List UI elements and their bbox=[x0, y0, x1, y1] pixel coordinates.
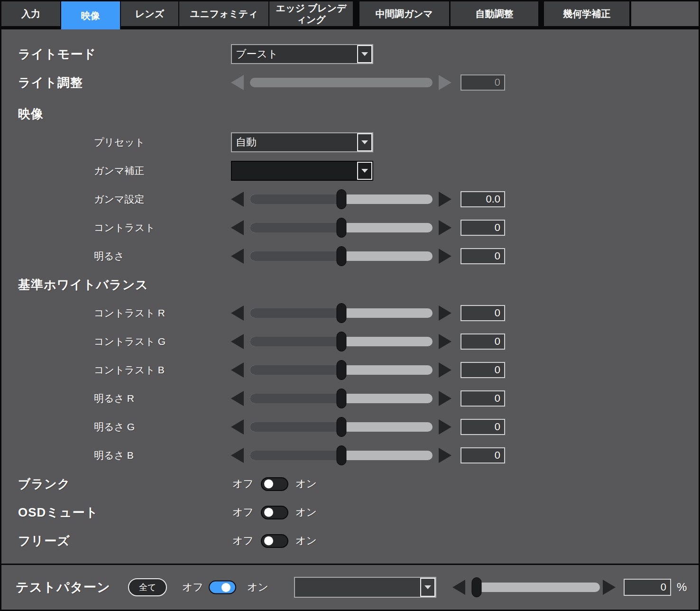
contrast-r-label: コントラスト R bbox=[94, 306, 165, 320]
contrast-g-slider: 0 bbox=[231, 333, 505, 350]
contrast-value[interactable]: 0 bbox=[461, 220, 505, 236]
preset-label: プリセット bbox=[94, 136, 145, 149]
off-label: オフ bbox=[232, 477, 254, 491]
dropdown-button[interactable] bbox=[357, 45, 372, 63]
test-pattern-slider-track[interactable] bbox=[472, 583, 600, 592]
tab-picture[interactable]: 映像 bbox=[61, 1, 120, 29]
chevron-down-icon bbox=[361, 140, 368, 144]
preset-value: 自動 bbox=[232, 135, 257, 149]
tab-edge-blending[interactable]: エッジ ブレンディング bbox=[269, 1, 353, 26]
test-pattern-dropdown[interactable] bbox=[294, 577, 436, 598]
decrease-arrow-icon[interactable] bbox=[231, 362, 244, 378]
decrease-arrow-icon[interactable] bbox=[231, 334, 244, 349]
increase-arrow-icon[interactable] bbox=[439, 334, 451, 349]
test-pattern-label: テストパターン bbox=[16, 579, 111, 596]
decrease-arrow-icon[interactable] bbox=[231, 192, 244, 207]
increase-arrow-icon[interactable] bbox=[603, 580, 616, 595]
brightness-b-value[interactable]: 0 bbox=[461, 447, 505, 463]
increase-arrow-icon[interactable] bbox=[439, 306, 451, 321]
increase-arrow-icon[interactable] bbox=[439, 448, 451, 463]
gamma-setting-value[interactable]: 0.0 bbox=[461, 191, 505, 207]
picture-settings-panel: ライトモード ブースト ライト調整 0 映像 プリセット bbox=[1, 29, 699, 564]
gamma-correction-label: ガンマ補正 bbox=[94, 164, 144, 177]
brightness-r-slider: 0 bbox=[231, 390, 505, 407]
blank-toggle[interactable] bbox=[261, 477, 288, 491]
slider-track[interactable] bbox=[250, 422, 433, 432]
decrease-arrow-icon[interactable] bbox=[231, 220, 244, 235]
gamma-setting-label: ガンマ設定 bbox=[94, 193, 144, 206]
slider-thumb[interactable] bbox=[336, 360, 346, 380]
slider-track[interactable] bbox=[250, 337, 433, 346]
osd-mute-toggle[interactable] bbox=[261, 506, 288, 519]
tab-midtone-gamma[interactable]: 中間調ガンマ bbox=[359, 1, 449, 26]
brightness-r-row: 明るさ R 0 bbox=[1, 384, 699, 413]
dropdown-button[interactable] bbox=[357, 162, 372, 180]
decrease-arrow-icon[interactable] bbox=[231, 419, 244, 435]
increase-arrow-icon[interactable] bbox=[439, 362, 451, 378]
light-mode-dropdown[interactable]: ブースト bbox=[231, 44, 373, 64]
brightness-r-value[interactable]: 0 bbox=[461, 390, 505, 407]
contrast-r-row: コントラスト R 0 bbox=[1, 299, 699, 327]
slider-track[interactable] bbox=[250, 251, 433, 261]
dropdown-button[interactable] bbox=[420, 578, 435, 597]
contrast-r-value[interactable]: 0 bbox=[461, 305, 505, 321]
contrast-b-value[interactable]: 0 bbox=[461, 362, 505, 378]
freeze-row: フリーズ オフ オン bbox=[1, 527, 699, 555]
tab-uniformity[interactable]: ユニフォミティ bbox=[179, 1, 268, 26]
slider-track[interactable] bbox=[250, 308, 433, 318]
slider-thumb[interactable] bbox=[336, 303, 346, 323]
slider-thumb[interactable] bbox=[336, 218, 346, 238]
tab-geometry-correction[interactable]: 幾何学補正 bbox=[544, 1, 629, 26]
slider-track[interactable] bbox=[250, 223, 433, 232]
light-adjust-slider: 0 bbox=[231, 74, 505, 91]
blank-label: ブランク bbox=[18, 476, 70, 492]
brightness-r-label: 明るさ R bbox=[94, 392, 134, 405]
decrease-arrow-icon[interactable] bbox=[452, 580, 465, 595]
tab-input[interactable]: 入力 bbox=[1, 1, 60, 26]
slider-thumb[interactable] bbox=[336, 332, 346, 352]
on-label: オン bbox=[295, 477, 317, 491]
slider-track[interactable] bbox=[250, 194, 433, 204]
contrast-b-row: コントラスト B 0 bbox=[1, 356, 699, 384]
increase-arrow-icon[interactable] bbox=[439, 249, 451, 264]
increase-arrow-icon[interactable] bbox=[439, 391, 451, 406]
contrast-slider: 0 bbox=[231, 220, 505, 236]
decrease-arrow-icon[interactable] bbox=[231, 448, 244, 463]
tab-lens[interactable]: レンズ bbox=[121, 1, 179, 26]
freeze-label: フリーズ bbox=[18, 533, 70, 549]
light-mode-row: ライトモード ブースト bbox=[1, 40, 699, 68]
tab-auto-adjust[interactable]: 自動調整 bbox=[451, 1, 539, 26]
dropdown-button[interactable] bbox=[357, 133, 372, 151]
all-button-label: 全て bbox=[139, 582, 156, 593]
increase-arrow-icon[interactable] bbox=[439, 419, 451, 435]
preset-dropdown[interactable]: 自動 bbox=[231, 132, 373, 152]
brightness-g-row: 明るさ G 0 bbox=[1, 413, 699, 441]
slider-thumb[interactable] bbox=[336, 246, 346, 266]
slider-thumb[interactable] bbox=[336, 445, 346, 465]
slider-track[interactable] bbox=[250, 365, 433, 375]
slider-track[interactable] bbox=[250, 451, 433, 460]
light-adjust-value: 0 bbox=[461, 74, 505, 91]
projector-control-window: 入力 映像 レンズ ユニフォミティ エッジ ブレンディング 中間調ガンマ 自動調… bbox=[0, 0, 700, 611]
test-pattern-value[interactable]: 0 bbox=[624, 579, 671, 596]
slider-thumb[interactable] bbox=[336, 189, 346, 209]
test-pattern-toggle[interactable] bbox=[209, 581, 236, 594]
slider-thumb[interactable] bbox=[336, 389, 346, 408]
freeze-toggle[interactable] bbox=[261, 534, 288, 548]
slider-thumb[interactable] bbox=[472, 577, 482, 597]
decrease-arrow-icon[interactable] bbox=[231, 391, 244, 406]
slider-thumb[interactable] bbox=[336, 417, 346, 437]
brightness-value[interactable]: 0 bbox=[461, 248, 505, 264]
contrast-g-value[interactable]: 0 bbox=[461, 333, 505, 350]
increase-arrow-icon[interactable] bbox=[439, 192, 451, 207]
brightness-b-row: 明るさ B 0 bbox=[1, 441, 699, 470]
toggle-knob bbox=[264, 480, 273, 489]
increase-arrow-icon bbox=[439, 75, 451, 90]
decrease-arrow-icon[interactable] bbox=[231, 306, 244, 321]
increase-arrow-icon[interactable] bbox=[439, 220, 451, 235]
slider-track[interactable] bbox=[250, 394, 433, 403]
decrease-arrow-icon[interactable] bbox=[231, 249, 244, 264]
brightness-g-value[interactable]: 0 bbox=[461, 419, 505, 435]
gamma-correction-dropdown[interactable] bbox=[231, 161, 373, 181]
all-button[interactable]: 全て bbox=[128, 578, 167, 596]
